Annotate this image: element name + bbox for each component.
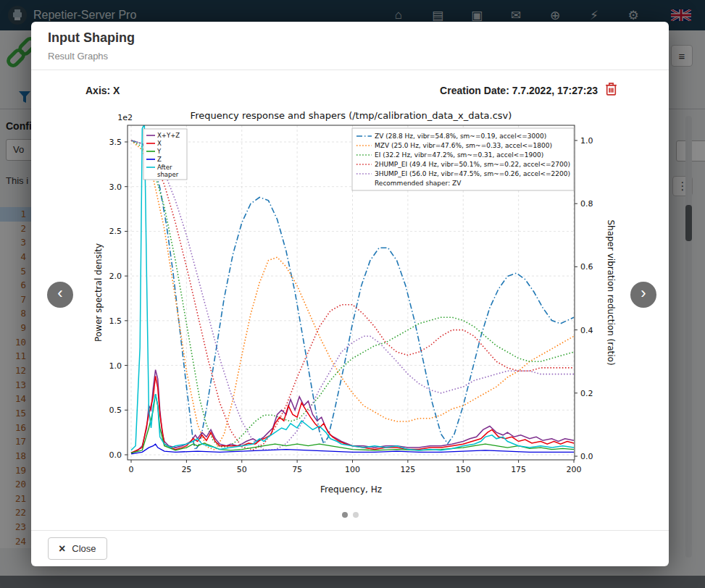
svg-text:EI (32.2 Hz, vibr=47.2%, sm~=0: EI (32.2 Hz, vibr=47.2%, sm~=0.31, accel… [375,151,543,159]
modal-header: Input Shaping Result Graphs [31,22,669,70]
svg-text:0.4: 0.4 [580,326,593,335]
svg-text:100: 100 [345,465,360,474]
svg-text:shaper: shaper [157,171,179,178]
svg-text:2.0: 2.0 [109,272,122,281]
close-label: Close [72,543,96,554]
svg-text:1.5: 1.5 [109,316,122,326]
creation-group: Creation Date: 7.7.2022, 17:27:23 [440,82,617,99]
svg-text:3.0: 3.0 [109,182,122,192]
chevron-right-icon: › [641,284,646,303]
chevron-left-icon: ‹ [57,284,62,303]
svg-text:X+Y+Z: X+Y+Z [157,132,180,139]
svg-text:0.0: 0.0 [109,450,122,460]
svg-text:Frequency, Hz: Frequency, Hz [320,484,382,495]
svg-text:1e2: 1e2 [117,113,133,122]
frequency-response-chart: 02550751001251501752000.00.51.01.52.02.5… [85,107,617,505]
svg-text:0.5: 0.5 [109,406,122,415]
svg-text:175: 175 [511,465,526,474]
result-meta-row: Axis: X Creation Date: 7.7.2022, 17:27:2… [85,82,617,99]
svg-text:X: X [157,140,162,147]
svg-text:Shaper vibration reduction (ra: Shaper vibration reduction (ratio) [606,219,616,365]
svg-text:0: 0 [129,465,134,474]
carousel-next-button[interactable]: › [630,282,656,308]
svg-text:2.5: 2.5 [109,227,122,236]
creation-date-label: Creation Date: 7.7.2022, 17:27:23 [440,85,598,96]
svg-text:ZV (28.8 Hz, vibr=54.8%, sm~=0: ZV (28.8 Hz, vibr=54.8%, sm~=0.19, accel… [375,133,546,140]
svg-text:Recommended shaper: ZV: Recommended shaper: ZV [375,180,462,187]
input-shaping-modal: Input Shaping Result Graphs Axis: X Crea… [31,22,669,566]
carousel-dots [31,512,669,518]
svg-text:Z: Z [157,156,162,163]
svg-text:Frequency response and shapers: Frequency response and shapers (/tmp/cal… [191,110,512,121]
delete-result-button[interactable] [605,82,617,99]
svg-text:1.0: 1.0 [580,136,593,146]
svg-text:3.5: 3.5 [109,138,122,147]
svg-text:3HUMP_EI (56.0 Hz, vibr=47.5%,: 3HUMP_EI (56.0 Hz, vibr=47.5%, sm~=0.26,… [375,170,570,177]
modal-body: Axis: X Creation Date: 7.7.2022, 17:27:2… [31,70,669,531]
modal-footer: × Close [31,530,669,566]
svg-text:0.0: 0.0 [580,452,593,461]
svg-text:0.8: 0.8 [580,199,593,209]
svg-text:After: After [157,164,172,171]
svg-text:200: 200 [567,465,582,474]
close-icon: × [59,543,65,555]
svg-text:50: 50 [237,465,247,474]
svg-text:150: 150 [456,465,471,474]
modal-subtitle: Result Graphs [48,51,108,62]
modal-title: Input Shaping [48,30,135,46]
svg-text:0.6: 0.6 [580,262,593,272]
svg-text:0.2: 0.2 [580,389,593,398]
svg-text:25: 25 [181,465,191,474]
close-button[interactable]: × Close [48,537,107,560]
chart-svg: 02550751001251501752000.00.51.01.52.02.5… [85,107,617,505]
svg-text:MZV (25.0 Hz, vibr=47.6%, sm~=: MZV (25.0 Hz, vibr=47.6%, sm~=0.33, acce… [375,142,552,149]
svg-text:Y: Y [157,148,162,155]
carousel-prev-button[interactable]: ‹ [47,282,73,308]
svg-text:125: 125 [400,465,415,474]
svg-text:2HUMP_EI (49.4 Hz, vibr=50.1%,: 2HUMP_EI (49.4 Hz, vibr=50.1%, sm~=0.22,… [375,161,570,168]
svg-text:75: 75 [292,465,302,474]
svg-text:Power spectral density: Power spectral density [93,243,104,342]
carousel-dot[interactable] [342,512,348,518]
carousel-dot[interactable] [353,512,359,518]
svg-text:1.0: 1.0 [109,361,122,371]
axis-label: Axis: X [85,85,120,96]
